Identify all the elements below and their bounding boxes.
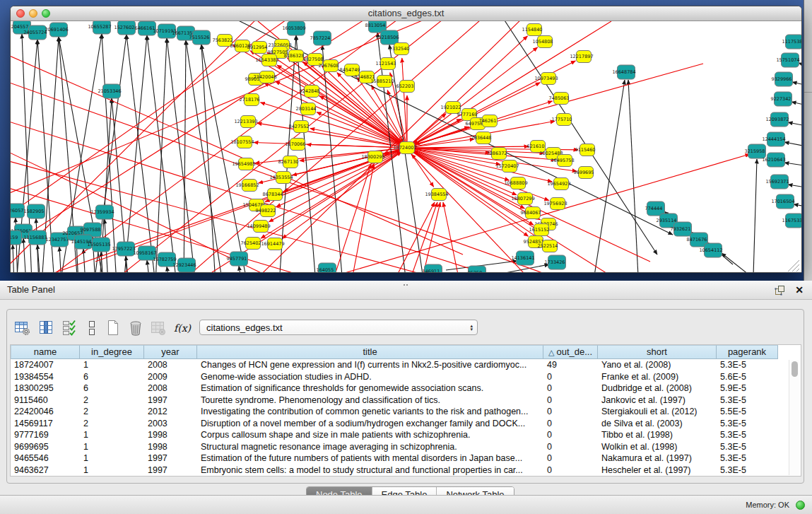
graph-node[interactable]: 1117538	[782, 35, 801, 49]
table-cell[interactable]: 0	[543, 395, 598, 407]
table-cell[interactable]: Stergiakouli et al. (2012)	[598, 406, 717, 418]
table-cell[interactable]: 0	[543, 429, 598, 441]
graph-node[interactable]: 15720407	[495, 160, 519, 173]
table-selector-dropdown[interactable]: citations_edges.txt ▴▾	[199, 320, 478, 335]
table-row[interactable]: 946362711997Embryonic stem cells: a mode…	[11, 465, 801, 477]
table-cell[interactable]: 0	[543, 382, 598, 395]
graph-node[interactable]: 15692371	[765, 175, 789, 189]
graph-node[interactable]: 2526057	[11, 204, 25, 218]
table-row[interactable]: 2242004622012Investigating the contribut…	[11, 406, 801, 418]
table-row[interactable]: 911546021997Tourette syndrome. Phenomeno…	[11, 395, 801, 407]
graph-node[interactable]: 14353554	[269, 172, 293, 184]
graph-node[interactable]: 7886372	[487, 148, 507, 160]
graph-node[interactable]: 10655287	[88, 21, 111, 34]
table-cell[interactable]: 0	[543, 418, 598, 430]
canvas-resize-grip[interactable]	[788, 260, 799, 271]
graph-node[interactable]: 18107554	[230, 136, 254, 148]
table-row[interactable]: 1456911722003Disruption of a novel membe…	[11, 418, 801, 430]
graph-node[interactable]: 9329966	[772, 72, 793, 86]
graph-edge[interactable]	[443, 202, 463, 273]
graph-node[interactable]: 10688809	[504, 177, 527, 189]
graph-edge[interactable]	[322, 45, 343, 273]
table-cell[interactable]: Embryonic stem cells: a model to study s…	[197, 465, 543, 477]
table-cell[interactable]: 9777169	[11, 429, 80, 441]
table-cell[interactable]: 0	[543, 465, 598, 477]
table-cell[interactable]: Wolkin et al. (1998)	[598, 441, 717, 453]
table-cell[interactable]: Hescheler et al. (1997)	[598, 465, 717, 477]
panel-splitter-grip[interactable]	[403, 284, 409, 287]
table-cell[interactable]: 5.3E-5	[717, 465, 778, 477]
graph-edge[interactable]	[722, 253, 748, 273]
graph-node[interactable]: 8678344	[263, 189, 283, 201]
graph-node[interactable]: 12444154	[762, 132, 785, 146]
graph-edge[interactable]	[348, 164, 374, 273]
table-cell[interactable]: 22420046	[11, 406, 80, 418]
table-cell[interactable]: 1998	[144, 441, 197, 453]
table-panel-header[interactable]: Table Panel ✕	[0, 281, 812, 300]
table-cell[interactable]: Estimation of the future numbers of pati…	[197, 452, 543, 465]
table-cell[interactable]: Structural magnetic resonance image aver…	[197, 441, 543, 453]
table-cell[interactable]: 0	[543, 441, 598, 453]
table-cell[interactable]: Jankovic et al. (1997)	[598, 395, 717, 407]
table-cell[interactable]: 0	[543, 371, 598, 383]
graph-edge[interactable]	[407, 146, 529, 148]
table-cell[interactable]: Investigating the contribution of common…	[197, 406, 543, 418]
close-panel-icon[interactable]: ✕	[795, 284, 804, 296]
table-cell[interactable]: Corpus callosum shape and size in male p…	[197, 429, 543, 441]
graph-node[interactable]: 9242848	[300, 86, 320, 98]
table-cell[interactable]: 1	[80, 452, 144, 465]
show-columns-button[interactable]	[37, 318, 57, 338]
table-cell[interactable]: 2003	[144, 418, 197, 430]
table-row[interactable]: 946554611997Estimation of the future num…	[11, 452, 801, 465]
graph-edge[interactable]	[11, 21, 272, 273]
graph-node[interactable]: 19654985	[232, 158, 255, 170]
graph-edge[interactable]	[792, 102, 801, 109]
graph-edge[interactable]	[407, 36, 527, 148]
table-cell[interactable]: 2	[80, 406, 144, 418]
table-cell[interactable]: 2012	[144, 406, 197, 418]
memory-status-indicator[interactable]	[796, 501, 805, 510]
table-cell[interactable]: 5.3E-5	[717, 359, 778, 371]
column-header-year[interactable]: year	[144, 345, 197, 359]
table-cell[interactable]: Disruption of a novel member of a sodium…	[197, 418, 543, 430]
table-cell[interactable]: 9699695	[11, 441, 80, 453]
graph-node[interactable]: 7625402	[241, 238, 261, 250]
graph-node[interactable]: 12213393	[234, 116, 257, 128]
graph-node[interactable]: 16053809	[282, 21, 305, 35]
window-title-bar[interactable]: citations_edges.txt	[11, 6, 801, 21]
graph-node[interactable]: 1733426	[545, 255, 566, 269]
table-cell[interactable]: de Silva et al. (2003)	[598, 418, 717, 430]
table-cell[interactable]: Dudbridge et al. (2008)	[598, 382, 717, 395]
function-builder-button[interactable]: f(x)	[172, 318, 192, 338]
graph-edge[interactable]	[13, 245, 14, 273]
table-cell[interactable]: 0	[543, 452, 598, 465]
table-cell[interactable]: 5.9E-5	[717, 382, 778, 395]
graph-edge[interactable]	[788, 185, 801, 189]
graph-node[interactable]: 9227342	[771, 92, 792, 106]
column-header-in-degree[interactable]: in_degree	[80, 345, 144, 359]
table-cell[interactable]: 49	[543, 359, 598, 371]
table-row[interactable]: 1938455462009Genome-wide association stu…	[11, 371, 801, 383]
graph-node[interactable]: 14099489	[247, 221, 270, 233]
table-cell[interactable]: 14569117	[11, 418, 80, 430]
graph-node[interactable]: 19384554	[425, 189, 448, 201]
graph-node[interactable]: 2803144	[296, 103, 317, 115]
column-header-out-de-[interactable]: △out_de...	[543, 345, 598, 359]
graph-edge[interactable]	[413, 21, 611, 144]
table-row[interactable]: 969969511998Structural magnetic resonanc…	[11, 441, 801, 453]
table-cell[interactable]: 5.3E-5	[717, 429, 778, 441]
graph-edge[interactable]	[283, 148, 407, 238]
table-cell[interactable]: 19384554	[11, 371, 80, 383]
graph-edge[interactable]	[407, 47, 538, 148]
graph-node[interactable]: 652203	[396, 81, 415, 93]
graph-node[interactable]: 9115460	[575, 144, 596, 156]
table-cell[interactable]: 2008	[144, 382, 197, 395]
graph-node[interactable]: 9699695	[574, 167, 594, 179]
graph-node[interactable]: 16648784	[612, 65, 635, 79]
graph-edge[interactable]	[184, 40, 186, 273]
table-cell[interactable]: 18724007	[11, 359, 80, 371]
table-cell[interactable]: 5.3E-5	[717, 418, 778, 430]
graph-node[interactable]: 2036448	[471, 132, 492, 144]
table-cell[interactable]: 2009	[144, 371, 197, 383]
graph-node[interactable]: 12093872	[765, 112, 789, 127]
